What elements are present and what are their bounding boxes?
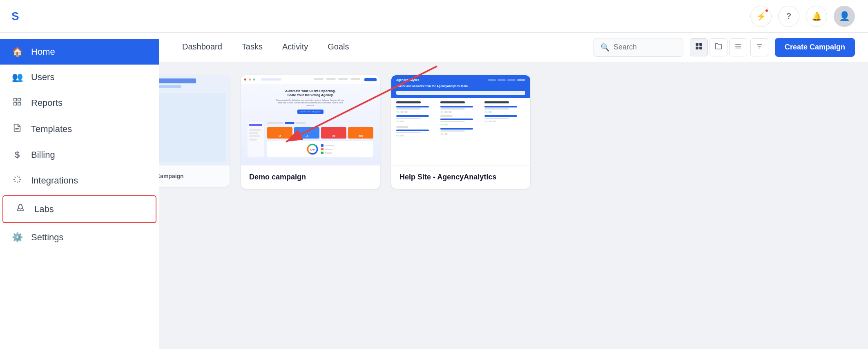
sidebar-item-label-integrations: Integrations xyxy=(31,175,78,186)
svg-rect-4 xyxy=(15,128,19,129)
lightning-button[interactable]: ⚡ xyxy=(750,6,772,27)
sidebar-item-label-users: Users xyxy=(31,72,54,83)
top-bar: ⚡ ? 🔔 👤 xyxy=(159,0,868,33)
user-icon: 👤 xyxy=(839,11,850,22)
campaign-card-partial[interactable]: Campaign xyxy=(159,75,230,187)
demo-card-info: Demo campaign xyxy=(241,165,380,189)
svg-rect-2 xyxy=(14,103,16,105)
user-avatar[interactable]: 👤 xyxy=(834,6,855,27)
billing-icon: $ xyxy=(11,150,23,160)
sidebar-item-templates[interactable]: Templates xyxy=(0,116,159,142)
svg-rect-7 xyxy=(699,43,702,46)
create-campaign-button[interactable]: Create Campaign xyxy=(775,38,855,57)
integrations-icon xyxy=(11,175,23,186)
sidebar-item-reports[interactable]: Reports xyxy=(0,90,159,116)
sidebar-item-label-settings: Settings xyxy=(31,232,64,243)
view-controls xyxy=(690,38,747,56)
svg-rect-1 xyxy=(18,98,20,101)
svg-rect-9 xyxy=(699,47,702,49)
help-button[interactable]: ? xyxy=(778,6,799,27)
sidebar: S 🏠 Home 👥 Users Reports xyxy=(0,0,159,349)
sidebar-item-integrations[interactable]: Integrations xyxy=(0,168,159,194)
sidebar-item-label-templates: Templates xyxy=(31,124,72,134)
sidebar-item-labs[interactable]: Labs xyxy=(2,195,156,223)
notification-badge xyxy=(765,9,769,13)
svg-text:2,787: 2,787 xyxy=(310,148,315,151)
svg-rect-8 xyxy=(696,47,698,49)
question-icon: ? xyxy=(786,11,791,21)
sidebar-item-billing[interactable]: $ Billing xyxy=(0,142,159,168)
search-box[interactable]: 🔍 xyxy=(594,38,683,57)
folder-view-button[interactable] xyxy=(710,38,727,56)
search-icon: 🔍 xyxy=(600,43,609,52)
grid-icon xyxy=(695,43,703,52)
sidebar-item-settings[interactable]: ⚙️ Settings xyxy=(0,225,159,250)
sub-header: Dashboard Tasks Activity Goals 🔍 xyxy=(159,33,868,62)
campaign-card-demo[interactable]: Automate Your Client Reporting.Scale You… xyxy=(241,75,380,189)
sidebar-item-label-home: Home xyxy=(31,47,55,57)
filter-icon xyxy=(756,43,763,52)
templates-icon xyxy=(11,123,23,135)
users-icon: 👥 xyxy=(11,72,23,83)
search-input[interactable] xyxy=(614,43,676,51)
bell-icon: 🔔 xyxy=(812,11,822,21)
sidebar-item-label-labs: Labs xyxy=(34,204,54,215)
bell-button[interactable]: 🔔 xyxy=(806,6,827,27)
campaign-card-helpsite[interactable]: AgencyAnalytics Advice and answers from … xyxy=(391,75,530,189)
sidebar-logo: S xyxy=(0,0,159,33)
tab-tasks[interactable]: Tasks xyxy=(232,33,272,62)
svg-rect-5 xyxy=(15,130,18,130)
list-icon xyxy=(734,43,742,52)
campaign-grid: Campaign xyxy=(159,62,868,349)
filter-button[interactable] xyxy=(750,38,768,56)
logo-text: S xyxy=(11,10,19,23)
lightning-icon: ⚡ xyxy=(756,11,766,21)
sidebar-item-users[interactable]: 👥 Users xyxy=(0,65,159,90)
grid-view-button[interactable] xyxy=(690,38,708,56)
tab-activity[interactable]: Activity xyxy=(272,33,318,62)
help-preview: AgencyAnalytics Advice and answers from … xyxy=(391,75,530,165)
sidebar-item-home[interactable]: 🏠 Home xyxy=(0,39,159,65)
tab-goals[interactable]: Goals xyxy=(318,33,359,62)
helpsite-card-title: Help Site - AgencyAnalytics xyxy=(399,173,522,181)
svg-rect-6 xyxy=(696,43,698,46)
demo-card-title: Demo campaign xyxy=(249,173,372,181)
svg-rect-0 xyxy=(14,98,16,101)
helpsite-card-info: Help Site - AgencyAnalytics xyxy=(391,165,530,189)
sidebar-item-label-reports: Reports xyxy=(31,98,62,108)
main-content: ⚡ ? 🔔 👤 Dashboard Tasks Activity Goals 🔍 xyxy=(159,0,868,349)
reports-icon xyxy=(11,97,23,109)
labs-icon xyxy=(15,204,26,215)
sidebar-item-label-billing: Billing xyxy=(31,150,55,160)
home-icon: 🏠 xyxy=(11,47,23,57)
settings-icon: ⚙️ xyxy=(11,232,23,243)
sidebar-navigation: 🏠 Home 👥 Users Reports xyxy=(0,33,159,349)
svg-rect-3 xyxy=(18,103,20,105)
tab-dashboard[interactable]: Dashboard xyxy=(172,33,232,62)
folder-icon xyxy=(715,43,722,52)
demo-preview: Automate Your Client Reporting.Scale You… xyxy=(241,75,380,165)
list-view-button[interactable] xyxy=(729,38,747,56)
